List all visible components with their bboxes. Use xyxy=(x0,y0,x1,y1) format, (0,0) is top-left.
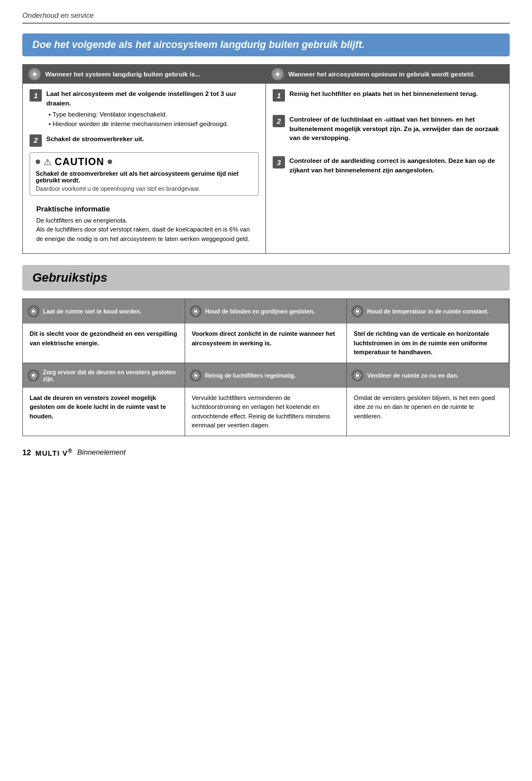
svg-point-7 xyxy=(356,374,359,377)
right-step-num-1: 1 xyxy=(273,89,285,102)
tip-col-1-2: Houd de blinden en gordijnen gesloten. V… xyxy=(185,299,347,363)
footer-brand: MULTI V® xyxy=(36,447,73,457)
step-num-1: 1 xyxy=(30,89,42,102)
caution-dot-right xyxy=(108,160,112,164)
section1-banner: Doe het volgende als het aircosysteem la… xyxy=(22,33,510,56)
practical-info-heading: Praktische informatie xyxy=(36,205,252,213)
tip-header-2-3: Ventileer de ruimte zo nu en dan. xyxy=(347,363,509,388)
footer-page-num: 12 xyxy=(22,448,31,457)
svg-point-1 xyxy=(276,73,279,76)
tip-header-1-2: Houd de blinden en gordijnen gesloten. xyxy=(185,299,347,324)
left-step-2: 2 Schakel de stroomverbreker uit. xyxy=(30,134,259,147)
svg-point-4 xyxy=(356,310,359,313)
right-step-1: 1 Reinig het luchtfilter en plaats het i… xyxy=(273,89,502,102)
caution-box: ⚠ CAUTION Schakel de stroomverbreker uit… xyxy=(30,152,259,196)
tip-header-1-1: Laat de ruimte niet te koud worden. xyxy=(23,299,185,324)
caution-header: ⚠ CAUTION xyxy=(36,156,253,168)
section2-grid: Laat de ruimte niet te koud worden. Dit … xyxy=(22,298,510,436)
tip-col-2-3: Ventileer de ruimte zo nu en dan. Omdat … xyxy=(347,363,509,436)
right-step-2: 2 Controleer of de luchtinlaat en -uitla… xyxy=(273,115,502,143)
practical-info-text: De luchtfilters en uw energienota.Als de… xyxy=(36,216,252,244)
section1-grid: Wanneer het systeem langdurig buiten geb… xyxy=(22,64,510,254)
tip-header-2-2: Reinig de luchtfilters regelmatig. xyxy=(185,363,347,388)
gear-icon-tip-1 xyxy=(27,305,40,317)
gear-icon-tip-5 xyxy=(190,369,202,382)
tip-col-2-2: Reinig de luchtfilters regelmatig. Vervu… xyxy=(185,363,347,436)
practical-info: Praktische informatie De luchtfilters en… xyxy=(30,200,259,248)
svg-point-5 xyxy=(32,374,35,377)
gear-icon-tip-2 xyxy=(190,305,202,317)
right-col: Wanneer het aircosysteem opnieuw in gebr… xyxy=(266,65,509,253)
section2-banner: Gebruikstips xyxy=(22,265,510,291)
svg-point-0 xyxy=(33,73,36,76)
page-header: Onderhoud en service xyxy=(22,11,510,23)
right-step-3: 3 Controleer of de aardleiding correct i… xyxy=(273,156,502,175)
page-footer: 12 MULTI V® Binnenelement xyxy=(22,447,510,457)
right-step-num-3: 3 xyxy=(273,156,285,168)
gear-icon-left xyxy=(28,68,41,80)
header-title: Onderhoud en service xyxy=(22,11,94,20)
left-step-1: 1 Laat het aircosysteem met de volgende … xyxy=(30,89,259,129)
tip-col-1-1: Laat de ruimte niet te koud worden. Dit … xyxy=(23,299,185,363)
svg-point-3 xyxy=(194,310,197,313)
step-num-2: 2 xyxy=(30,134,42,147)
right-step-num-2: 2 xyxy=(273,115,285,127)
gear-icon-tip-3 xyxy=(351,305,364,317)
step1-bullets: Type bediening: Ventilator ingeschakeld.… xyxy=(46,110,259,128)
caution-dot-left xyxy=(36,160,40,164)
left-col: Wanneer het systeem langdurig buiten geb… xyxy=(23,65,266,253)
caution-triangle-icon: ⚠ xyxy=(43,157,51,167)
tip-header-1-3: Houd de temperatuur in de ruimte constan… xyxy=(347,299,509,324)
gear-icon-right xyxy=(272,68,284,80)
footer-trademark: ® xyxy=(68,447,73,454)
svg-point-2 xyxy=(32,310,35,313)
gear-icon-tip-4 xyxy=(27,369,40,382)
right-col-header: Wanneer het aircosysteem opnieuw in gebr… xyxy=(266,65,509,84)
left-col-header: Wanneer het systeem langdurig buiten geb… xyxy=(23,65,265,84)
footer-subtitle: Binnenelement xyxy=(78,448,126,456)
tip-col-2-1: Zorg ervoor dat de deuren en vensters ge… xyxy=(23,363,185,436)
tip-header-2-1: Zorg ervoor dat de deuren en vensters ge… xyxy=(23,363,185,388)
svg-point-6 xyxy=(194,374,197,377)
gear-icon-tip-6 xyxy=(351,369,364,382)
tip-col-1-3: Houd de temperatuur in de ruimte constan… xyxy=(347,299,509,363)
